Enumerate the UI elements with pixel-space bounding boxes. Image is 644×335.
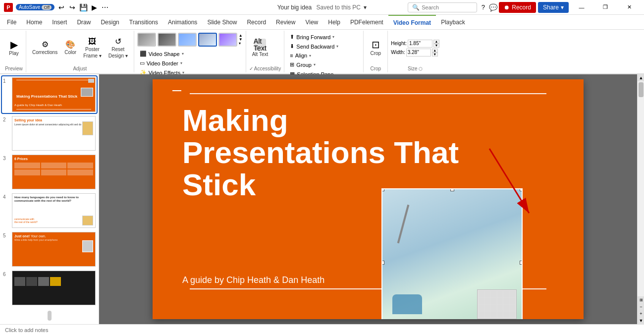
redo-icon[interactable]: ↪ xyxy=(68,3,76,11)
slide-item-4[interactable]: 4 How many languages do you need to know… xyxy=(2,192,97,229)
scroll-down-button[interactable]: ▼ xyxy=(638,317,644,324)
alt-text-button[interactable]: AltText Alt Text xyxy=(249,37,271,58)
handle-tm[interactable] xyxy=(450,188,454,191)
comment-icon[interactable]: 💬 xyxy=(489,3,497,11)
video-border-button[interactable]: ▭ Video Border ▾ xyxy=(137,59,243,67)
slide-number-4: 4 xyxy=(3,194,9,200)
tab-review[interactable]: Review xyxy=(271,15,300,29)
undo-icon[interactable]: ↩ xyxy=(57,3,65,11)
video-element[interactable]: ▶ ⏮ ⏭ 00:00,00 🔊 xyxy=(381,188,523,319)
corrections-button[interactable]: ⚙ Corrections xyxy=(29,39,60,56)
tab-pdfelement[interactable]: PDFelement xyxy=(345,15,388,29)
header-record-button[interactable]: ⏺ Record xyxy=(499,2,536,13)
autosave-state: Off xyxy=(42,5,52,10)
help-icon[interactable]: ? xyxy=(479,3,487,11)
video-content xyxy=(382,189,522,319)
handle-tl[interactable] xyxy=(381,188,384,191)
search-input[interactable] xyxy=(422,4,471,10)
main-content: 1 Making Presentations That Stick A guid… xyxy=(0,74,644,324)
tab-slideshow[interactable]: Slide Show xyxy=(202,15,242,29)
style-thumb-3[interactable] xyxy=(178,33,197,47)
autosave-toggle[interactable]: AutoSave Off xyxy=(16,4,54,10)
height-up[interactable]: ▲ xyxy=(433,40,439,44)
title-dropdown-icon[interactable]: ▾ xyxy=(364,4,367,11)
bring-forward-button[interactable]: ⬆ Bring Forward ▾ xyxy=(287,33,341,41)
close-button[interactable]: ✕ xyxy=(618,0,640,15)
play-button[interactable]: ▶ Play xyxy=(5,38,23,57)
style-thumb-2[interactable] xyxy=(158,33,176,47)
video-border-icon: ▭ xyxy=(140,60,145,66)
zoom-out-button[interactable]: − xyxy=(638,303,644,310)
scroll-up-button[interactable]: ▲ xyxy=(638,74,644,81)
fit-button[interactable]: ⊞ xyxy=(638,296,644,303)
tab-file[interactable]: File xyxy=(2,15,21,29)
tab-view[interactable]: View xyxy=(300,15,323,29)
style-thumb-4[interactable] xyxy=(198,33,217,47)
send-backward-button[interactable]: ⬇ Send Backward ▾ xyxy=(287,42,341,51)
width-up[interactable]: ▲ xyxy=(432,49,438,53)
ribbon-group-size: Height: ▲ ▼ Width: ▲ ▼ Siz xyxy=(388,31,442,72)
width-down[interactable]: ▼ xyxy=(432,53,438,56)
style-thumb-5[interactable] xyxy=(218,33,237,47)
slide-item-5[interactable]: 5 Just one! Your own. Write a little hel… xyxy=(2,231,97,268)
width-input[interactable] xyxy=(406,49,431,56)
size-inputs: Height: ▲ ▼ Width: ▲ ▼ xyxy=(391,40,439,56)
slide-panel-scrollbar[interactable] xyxy=(48,311,52,321)
width-spinners: ▲ ▼ xyxy=(432,49,438,56)
slide-item-1[interactable]: 1 Making Presentations That Stick A guid… xyxy=(2,76,97,113)
color-button[interactable]: 🎨 Color xyxy=(61,39,79,56)
crop-icon: ⊡ xyxy=(372,40,380,50)
preview-buttons: ▶ Play xyxy=(5,32,23,64)
maximize-button[interactable]: ❐ xyxy=(594,0,616,15)
slide-thumb-4: How many languages do you need to know t… xyxy=(12,193,96,228)
scroll-track xyxy=(638,81,644,296)
minimize-button[interactable]: — xyxy=(571,0,592,15)
search-box[interactable]: 🔍 xyxy=(408,2,477,12)
save-icon[interactable]: 💾 xyxy=(79,3,87,11)
style-thumb-1[interactable] xyxy=(137,33,156,47)
slide-item-2[interactable]: 2 Selling your idea Lorem ipsum dolor si… xyxy=(2,115,97,152)
slide-item-6[interactable]: 6 xyxy=(2,270,97,306)
tab-help[interactable]: Help xyxy=(323,15,345,29)
ribbon: ▶ Play Preview ⚙ Corrections 🎨 Color 🖼 P… xyxy=(0,30,644,74)
group-icon: ⊞ xyxy=(290,61,294,68)
style-more[interactable]: ▾ xyxy=(239,42,243,46)
align-button[interactable]: ≡ Align ▾ xyxy=(287,52,341,59)
notes-bar[interactable]: Click to add notes xyxy=(0,324,644,335)
zoom-in-button[interactable]: + xyxy=(638,310,644,317)
tab-design[interactable]: Design xyxy=(96,15,124,29)
group-button[interactable]: ⊞ Group ▾ xyxy=(287,60,341,69)
poster-frame-label: Poster xyxy=(85,47,100,52)
slide-item-3[interactable]: 3 6 Prices xyxy=(2,154,97,190)
present-icon[interactable]: ▶ xyxy=(90,3,98,11)
tab-transitions[interactable]: Transitions xyxy=(124,15,163,29)
poster-frame-button[interactable]: 🖼 Poster Frame ▾ xyxy=(80,36,105,60)
height-spinners: ▲ ▼ xyxy=(433,40,439,48)
height-down[interactable]: ▼ xyxy=(433,44,439,48)
adjust-group-label: Adjust xyxy=(29,64,131,71)
tab-draw[interactable]: Draw xyxy=(72,15,96,29)
reset-design-button[interactable]: ↺ Reset Design ▾ xyxy=(106,36,131,60)
tab-insert[interactable]: Insert xyxy=(47,15,72,29)
more-icon[interactable]: ⋯ xyxy=(101,3,109,11)
tab-record[interactable]: Record xyxy=(242,15,271,29)
scroll-thumb[interactable] xyxy=(639,82,644,97)
title-bar: P AutoSave Off ↩ ↪ 💾 ▶ ⋯ Your big idea S… xyxy=(0,0,644,15)
play-label: Play xyxy=(9,51,18,56)
tab-home[interactable]: Home xyxy=(21,15,47,29)
video-shape-button[interactable]: ⬛ Video Shape ▾ xyxy=(137,50,243,58)
ribbon-group-video-styles: ▲ ▼ ▾ ⬛ Video Shape ▾ ▭ Video Border ▾ ✨ xyxy=(134,31,246,72)
video-border-arrow: ▾ xyxy=(180,61,182,65)
header-share-button[interactable]: Share ▾ xyxy=(538,2,569,13)
tab-videoformat[interactable]: Video Format xyxy=(388,15,436,29)
poster-frame-icon: 🖼 xyxy=(88,38,96,46)
crop-label: Crop xyxy=(370,51,381,56)
handle-ml[interactable] xyxy=(381,261,384,265)
tab-playback[interactable]: Playback xyxy=(436,15,470,29)
tab-animations[interactable]: Animations xyxy=(163,15,202,29)
handle-tr[interactable] xyxy=(520,188,523,191)
size-expand-icon[interactable]: ⬡ xyxy=(419,66,423,71)
handle-mr[interactable] xyxy=(520,261,523,265)
crop-button[interactable]: ⊡ Crop xyxy=(367,38,384,57)
height-input[interactable] xyxy=(408,40,432,48)
